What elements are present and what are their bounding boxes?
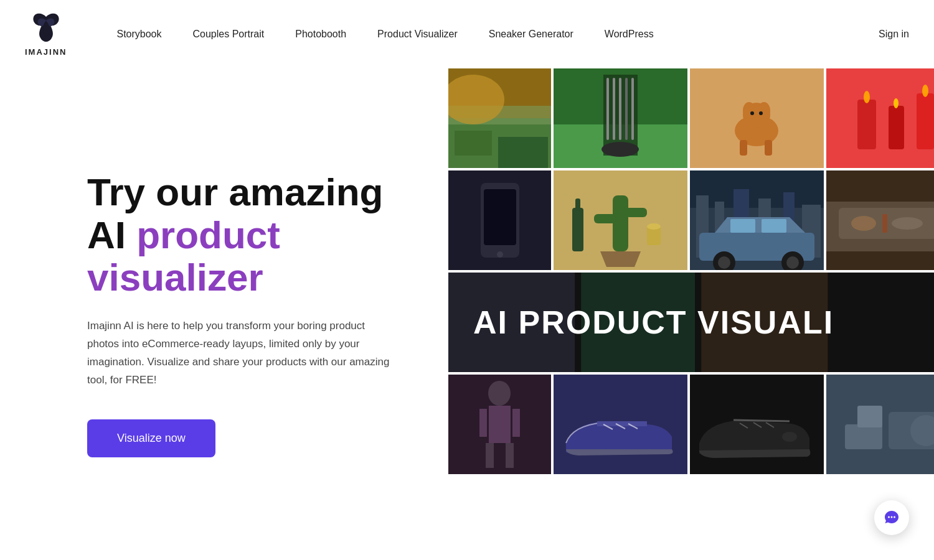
svg-rect-24 xyxy=(765,140,772,156)
grid-cell-shoes-black xyxy=(690,375,824,474)
hero-description: Imajinn AI is here to help you transform… xyxy=(87,317,399,390)
grid-cell-golf xyxy=(554,68,687,168)
hero-title: Try our amazing AI product visualizer xyxy=(87,171,411,299)
svg-point-67 xyxy=(892,217,923,230)
grid-cell-landscape xyxy=(448,68,551,168)
svg-rect-57 xyxy=(730,219,755,233)
svg-point-29 xyxy=(864,91,870,103)
product-photo-grid: AI PRODUCT VISUALI xyxy=(448,68,934,560)
hero-section: Try our amazing AI product visualizer Im… xyxy=(0,68,934,560)
svg-rect-26 xyxy=(857,100,876,149)
svg-rect-44 xyxy=(572,208,583,251)
chat-support-button[interactable] xyxy=(874,500,909,535)
svg-rect-96 xyxy=(845,424,882,449)
svg-point-104 xyxy=(891,516,893,518)
svg-point-65 xyxy=(851,216,876,231)
svg-rect-80 xyxy=(489,406,511,443)
svg-point-22 xyxy=(759,111,763,115)
svg-point-105 xyxy=(894,516,895,518)
grid-cell-candles xyxy=(826,68,934,168)
grid-cell-figure xyxy=(448,375,551,474)
svg-rect-84 xyxy=(512,409,520,437)
svg-point-0 xyxy=(43,22,49,37)
svg-rect-43 xyxy=(625,208,647,217)
svg-point-19 xyxy=(743,102,755,119)
grid-cell-phone xyxy=(448,170,551,270)
hero-image-grid: AI PRODUCT VISUALI xyxy=(448,68,934,560)
svg-rect-28 xyxy=(917,93,934,149)
svg-rect-11 xyxy=(613,78,615,140)
nav-links: Storybook Couples Portrait Photobooth Pr… xyxy=(116,29,879,40)
svg-rect-38 xyxy=(484,189,516,245)
hero-title-line2: AI xyxy=(87,213,136,256)
svg-rect-27 xyxy=(889,106,904,149)
nav-storybook[interactable]: Storybook xyxy=(116,29,161,40)
logo-icon xyxy=(31,12,62,46)
banner-text: AI PRODUCT VISUALI xyxy=(473,304,834,341)
logo[interactable]: IMAJINN xyxy=(25,12,67,57)
svg-rect-13 xyxy=(625,78,628,140)
grid-banner-row: AI PRODUCT VISUALI xyxy=(448,273,934,372)
svg-rect-45 xyxy=(575,198,580,211)
svg-rect-23 xyxy=(740,140,747,156)
svg-rect-41 xyxy=(613,195,628,251)
svg-point-79 xyxy=(488,381,511,406)
svg-rect-81 xyxy=(486,443,494,468)
svg-rect-12 xyxy=(619,78,621,140)
nav-wordpress[interactable]: WordPress xyxy=(605,29,654,40)
hero-title-line1: Try our amazing xyxy=(87,170,383,213)
svg-point-62 xyxy=(786,256,799,269)
svg-point-94 xyxy=(782,432,797,442)
hero-content: Try our amazing AI product visualizer Im… xyxy=(0,68,448,560)
svg-rect-83 xyxy=(479,409,487,437)
nav-sneaker-generator[interactable]: Sneaker Generator xyxy=(489,29,573,40)
svg-rect-82 xyxy=(506,443,514,468)
grid-cell-car xyxy=(690,170,824,270)
nav-product-visualizer[interactable]: Product Visualizer xyxy=(377,29,458,40)
logo-text: IMAJINN xyxy=(25,47,67,57)
navbar: IMAJINN Storybook Couples Portrait Photo… xyxy=(0,0,934,68)
svg-point-47 xyxy=(647,223,661,230)
svg-rect-10 xyxy=(606,78,609,140)
grid-cell-misc xyxy=(826,375,934,474)
svg-point-30 xyxy=(894,98,899,108)
signin-link[interactable]: Sign in xyxy=(879,29,909,40)
svg-point-15 xyxy=(601,142,639,157)
grid-cell-toy xyxy=(690,68,824,168)
visualize-now-button[interactable]: Visualize now xyxy=(87,419,215,457)
svg-rect-69 xyxy=(826,251,934,270)
svg-rect-42 xyxy=(594,214,616,223)
svg-point-21 xyxy=(750,111,754,115)
svg-point-31 xyxy=(922,85,928,97)
grid-cell-wood xyxy=(826,170,934,270)
svg-rect-14 xyxy=(631,78,634,140)
svg-rect-98 xyxy=(857,406,882,427)
svg-point-20 xyxy=(758,102,770,119)
svg-rect-5 xyxy=(455,131,492,156)
nav-photobooth[interactable]: Photobooth xyxy=(295,29,346,40)
grid-cell-shoes-blue xyxy=(554,375,687,474)
svg-point-60 xyxy=(718,256,730,269)
grid-cell-cactus xyxy=(554,170,687,270)
chat-icon xyxy=(883,509,900,526)
svg-point-103 xyxy=(888,516,890,518)
svg-rect-58 xyxy=(762,219,786,233)
svg-rect-68 xyxy=(826,170,934,202)
svg-point-39 xyxy=(497,251,503,258)
svg-rect-6 xyxy=(498,137,548,168)
svg-rect-66 xyxy=(882,214,887,233)
nav-couples-portrait[interactable]: Couples Portrait xyxy=(193,29,265,40)
